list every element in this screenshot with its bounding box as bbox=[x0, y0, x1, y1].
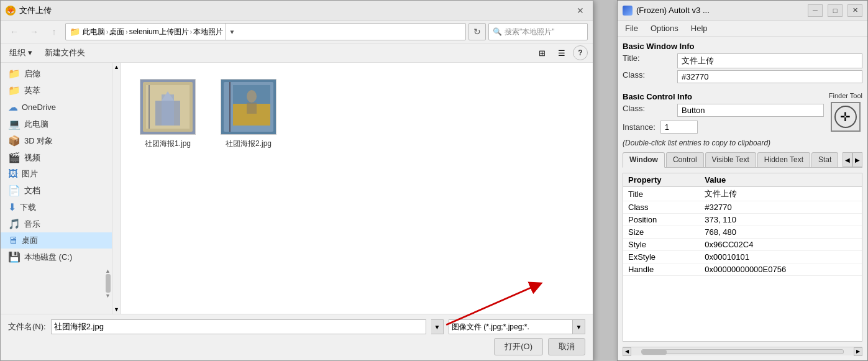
autoit-close-button[interactable]: ✕ bbox=[847, 4, 862, 17]
file-item-1[interactable]: 社团海报1.jpg bbox=[134, 75, 202, 153]
address-part-3: selenium上传图片 bbox=[129, 27, 189, 37]
address-bar[interactable]: 📁 此电脑 › 桌面 › selenium上传图片 › 本地照片 ▼ bbox=[65, 23, 466, 40]
tab-window[interactable]: Window bbox=[623, 152, 665, 168]
value-cell: #32770 bbox=[700, 201, 862, 214]
scrollbar-left-button[interactable]: ◀ bbox=[623, 347, 631, 356]
sidebar-label-qide: 启德 bbox=[24, 68, 40, 80]
files-grid-container: 社团海报1.jpg bbox=[121, 63, 593, 314]
address-part-1: 此电脑 bbox=[83, 27, 105, 37]
tab-arrows: ◀ ▶ bbox=[843, 152, 862, 167]
tab-prev-button[interactable]: ◀ bbox=[843, 152, 852, 167]
autoit-icon bbox=[623, 6, 633, 16]
view-button-1[interactable]: ⊞ bbox=[533, 45, 550, 60]
scrollbar-right-button[interactable]: ▶ bbox=[854, 347, 862, 356]
sidebar-item-desktop[interactable]: 🖥 桌面 bbox=[1, 232, 112, 249]
cancel-button[interactable]: 取消 bbox=[548, 338, 585, 355]
file-name-1: 社团海报1.jpg bbox=[145, 139, 191, 149]
tab-hidden-text[interactable]: Hidden Text bbox=[757, 152, 810, 167]
sidebar-item-downloads[interactable]: ⬇ 下载 bbox=[1, 199, 112, 216]
tab-next-button[interactable]: ▶ bbox=[852, 152, 862, 167]
svg-rect-13 bbox=[247, 103, 257, 114]
autoit-max-button[interactable]: □ bbox=[828, 4, 843, 17]
tab-control[interactable]: Control bbox=[666, 152, 704, 167]
documents-icon: 📄 bbox=[8, 185, 21, 196]
files-grid: 社团海报1.jpg bbox=[129, 70, 585, 158]
menu-file[interactable]: File bbox=[620, 22, 643, 35]
help-button[interactable]: ? bbox=[573, 45, 588, 60]
scroll-up-button[interactable]: ▲ bbox=[114, 64, 119, 70]
pictures-icon: 🖼 bbox=[8, 168, 18, 180]
table-row[interactable]: ExStyle0x00010101 bbox=[623, 251, 862, 263]
table-row[interactable]: Class#32770 bbox=[623, 201, 862, 214]
window-info-grid: Title: 文件上传 Class: #32770 bbox=[623, 53, 862, 83]
cloud-icon: ☁ bbox=[8, 101, 18, 113]
scrollbar-thumb bbox=[642, 350, 667, 355]
search-box[interactable]: 🔍 搜索"本地照片" bbox=[488, 23, 588, 40]
autoit-menu: File Options Help bbox=[618, 21, 867, 37]
refresh-button[interactable]: ↻ bbox=[468, 23, 486, 40]
filetype-dropdown[interactable]: ▼ bbox=[573, 319, 585, 334]
property-cell: Handle bbox=[623, 263, 700, 276]
sidebar-scroll-down[interactable]: ▼ bbox=[105, 293, 111, 299]
sidebar-item-yingcui[interactable]: 📁 英萃 bbox=[1, 82, 112, 99]
sidebar-item-documents[interactable]: 📄 文档 bbox=[1, 182, 112, 199]
table-row[interactable]: Position373, 110 bbox=[623, 214, 862, 226]
filename-input[interactable] bbox=[51, 319, 426, 334]
organize-button[interactable]: 组织 ▾ bbox=[6, 46, 36, 60]
sidebar-label-yingcui: 英萃 bbox=[24, 85, 40, 96]
tab-stat[interactable]: Stat bbox=[811, 152, 838, 167]
sidebar-item-pictures[interactable]: 🖼 图片 bbox=[1, 166, 112, 182]
filename-row: 文件名(N): ▼ 图像文件 (*.jpg;*.jpeg;*. ▼ bbox=[8, 319, 585, 334]
properties-table: Property Value Title文件上传Class#32770Posit… bbox=[623, 173, 862, 342]
svg-point-12 bbox=[247, 90, 257, 103]
forward-button[interactable]: → bbox=[25, 23, 43, 40]
search-icon: 🔍 bbox=[493, 27, 502, 36]
file-thumbnail-2 bbox=[221, 79, 276, 135]
control-class-value[interactable]: Button bbox=[677, 104, 824, 117]
scroll-down-button[interactable]: ▼ bbox=[114, 306, 119, 313]
back-button[interactable]: ← bbox=[6, 23, 23, 40]
col-value: Value bbox=[700, 173, 862, 187]
tab-visible-text[interactable]: Visible Text bbox=[705, 152, 756, 167]
sidebar-label-pictures: 图片 bbox=[22, 168, 38, 180]
table-row[interactable]: Style0x96CC02C4 bbox=[623, 239, 862, 251]
value-cell: 373, 110 bbox=[700, 214, 862, 226]
property-cell: Style bbox=[623, 239, 700, 251]
titlebar-left: 🦊 文件上传 bbox=[6, 5, 52, 16]
dialog-title-text: 文件上传 bbox=[19, 5, 52, 16]
sidebar-item-localdisk[interactable]: 💾 本地磁盘 (C:) bbox=[1, 249, 112, 265]
address-dropdown-button[interactable]: ▼ bbox=[226, 23, 238, 40]
sidebar-item-3dobj[interactable]: 📦 3D 对象 bbox=[1, 132, 112, 149]
class-field-value[interactable]: #32770 bbox=[677, 70, 862, 83]
table-row[interactable]: Handle0x00000000000E0756 bbox=[623, 263, 862, 276]
view-button-2[interactable]: ☰ bbox=[553, 45, 570, 60]
files-area: ▲ ▼ bbox=[112, 63, 593, 314]
finder-tool[interactable]: ✛ bbox=[831, 102, 861, 132]
address-part-4: 本地照片 bbox=[193, 27, 223, 37]
sidebar-item-video[interactable]: 🎬 视频 bbox=[1, 149, 112, 166]
sidebar-item-onedrive[interactable]: ☁ OneDrive bbox=[1, 99, 112, 116]
dialog-close-button[interactable]: ✕ bbox=[573, 3, 588, 18]
file-item-2[interactable]: 社团海报2.jpg bbox=[214, 75, 283, 153]
basic-control-info-title: Basic Control Info bbox=[623, 92, 824, 101]
properties-table-inner: Property Value Title文件上传Class#32770Posit… bbox=[623, 173, 862, 276]
menu-help[interactable]: Help bbox=[686, 22, 713, 35]
filename-dropdown[interactable]: ▼ bbox=[431, 319, 444, 334]
menu-options[interactable]: Options bbox=[646, 22, 683, 35]
col-property: Property bbox=[623, 173, 700, 187]
new-folder-button[interactable]: 新建文件夹 bbox=[41, 46, 89, 60]
table-row[interactable]: Size768, 480 bbox=[623, 226, 862, 239]
sidebar-item-music[interactable]: 🎵 音乐 bbox=[1, 216, 112, 232]
open-button[interactable]: 打开(O) bbox=[494, 338, 543, 355]
autoit-min-button[interactable]: ─ bbox=[808, 4, 823, 17]
sidebar-item-thispc[interactable]: 💻 此电脑 bbox=[1, 116, 112, 132]
up-button[interactable]: ↑ bbox=[45, 23, 63, 40]
control-info-grid: Class: Button bbox=[623, 104, 824, 117]
title-field-label: Title: bbox=[623, 53, 672, 68]
sidebar-scroll-up[interactable]: ▲ bbox=[105, 268, 111, 274]
title-field-value[interactable]: 文件上传 bbox=[677, 53, 862, 68]
file-upload-dialog: 🦊 文件上传 ✕ ← → ↑ 📁 此电脑 › 桌面 › selenium上传图片… bbox=[0, 0, 593, 361]
instance-value[interactable]: 1 bbox=[660, 121, 698, 134]
table-row[interactable]: Title文件上传 bbox=[623, 187, 862, 201]
sidebar-item-qide[interactable]: 📁 启德 bbox=[1, 65, 112, 82]
